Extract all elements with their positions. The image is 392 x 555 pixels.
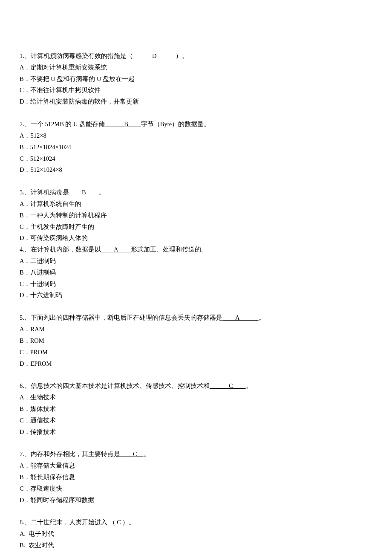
question-stem: 2.、一个 512MB 的 U 盘能存储 B 字节（Byte）的数据量。 xyxy=(20,119,373,130)
question-option: A. 电子时代 xyxy=(20,528,373,540)
question-option: C．存取速度快 xyxy=(20,483,373,494)
question-group: 3.、计算机病毒是 B 。A．计算机系统自生的B．一种人为特制的计算机程序C．主… xyxy=(20,187,373,301)
question-option: D．十六进制码 xyxy=(20,289,373,301)
question-option: B．不要把 U 盘和有病毒的 U 盘放在一起 xyxy=(20,73,373,85)
question-group: 2.、一个 512MB 的 U 盘能存储 B 字节（Byte）的数据量。A．51… xyxy=(20,119,373,176)
question-stem: 5.、下面列出的四种存储器中，断电后正在处理的信息会丢失的存储器是 A 。 xyxy=(20,312,373,324)
question-option: A．RAM xyxy=(20,324,373,335)
question-option: A．512×8 xyxy=(20,130,373,142)
question-option: A．定期对计算机重新安装系统 xyxy=(20,62,373,73)
question-option: C．十进制码 xyxy=(20,278,373,290)
question-option: C．512×1024 xyxy=(20,153,373,165)
question-group: 1.、计算机预防病毒感染有效的措施是（ D ）。A．定期对计算机重新安装系统B．… xyxy=(20,50,373,107)
question-option: C．通信技术 xyxy=(20,415,373,426)
document-page: 1.、计算机预防病毒感染有效的措施是（ D ）。A．定期对计算机重新安装系统B．… xyxy=(0,0,392,555)
question-stem: 7.、内存和外存相比，其主要特点是 C 。 xyxy=(20,448,373,460)
question-option: C．主机发生故障时产生的 xyxy=(20,221,373,233)
question-option: B．512×1024×1024 xyxy=(20,142,373,153)
question-group: 5.、下面列出的四种存储器中，断电后正在处理的信息会丢失的存储器是 A 。A．R… xyxy=(20,312,373,369)
question-option: B．一种人为特制的计算机程序 xyxy=(20,210,373,221)
question-option: B．ROM xyxy=(20,335,373,347)
question-option: B．八进制码 xyxy=(20,267,373,278)
question-stem: 1.、计算机预防病毒感染有效的措施是（ D ）。 xyxy=(20,50,373,62)
question-option: A．计算机系统自生的 xyxy=(20,198,373,210)
question-option: C．PROM xyxy=(20,347,373,358)
question-option: D．能同时存储程序和数据 xyxy=(20,494,373,506)
question-option: A．生物技术 xyxy=(20,392,373,403)
question-option: C．不准往计算机中拷贝软件 xyxy=(20,84,373,96)
question-group: 6.、信息技术的四大基本技术是计算机技术、传感技术、控制技术和 C 。A．生物技… xyxy=(20,380,373,437)
question-option: D．可传染疾病给人体的 xyxy=(20,232,373,244)
question-option: B．能长期保存信息 xyxy=(20,471,373,483)
question-stem: 3.、计算机病毒是 B 。 xyxy=(20,187,373,198)
question-option: D．给计算机安装防病毒的软件，并常更新 xyxy=(20,96,373,107)
question-option: B. 农业时代 xyxy=(20,540,373,551)
question-option: B．媒体技术 xyxy=(20,403,373,415)
question-group: 7.、内存和外存相比，其主要特点是 C 。A．能存储大量信息B．能长期保存信息C… xyxy=(20,448,373,506)
question-option: D．EPROM xyxy=(20,358,373,370)
question-option: D．512×1024×8 xyxy=(20,164,373,176)
question-group: 8.、二十世纪末，人类开始进入 （ C ）。A. 电子时代B. 农业时代 xyxy=(20,517,373,551)
question-option: D．传播技术 xyxy=(20,426,373,438)
question-stem: 6.、信息技术的四大基本技术是计算机技术、传感技术、控制技术和 C 。 xyxy=(20,380,373,392)
question-stem: 8.、二十世纪末，人类开始进入 （ C ）。 xyxy=(20,517,373,528)
question-stem: 4.、在计算机内部，数据是以 A 形式加工、处理和传送的。 xyxy=(20,244,373,255)
question-option: A．能存储大量信息 xyxy=(20,460,373,471)
question-option: A．二进制码 xyxy=(20,255,373,267)
